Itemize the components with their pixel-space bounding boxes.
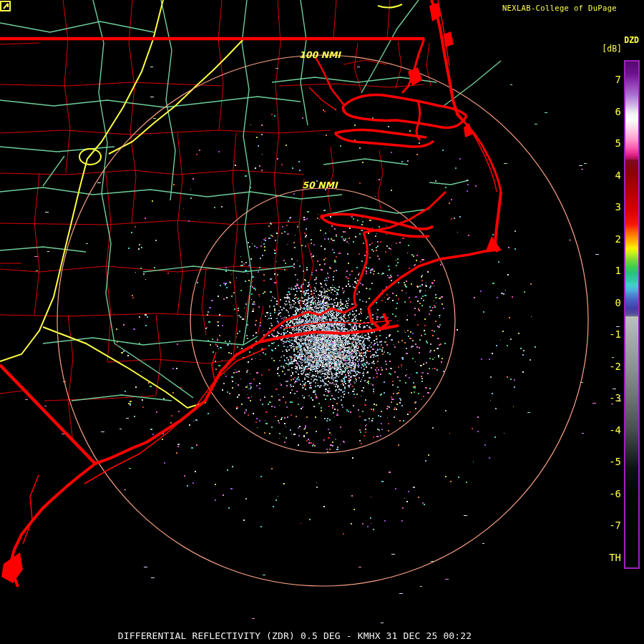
range-ring-label-100nmi: 100 NMI: [284, 49, 356, 60]
range-ring-label-50nmi: 50 NMI: [284, 180, 356, 190]
colorbar-tick: -5: [588, 456, 621, 467]
colorbar-tick: TH: [588, 552, 621, 563]
colorbar-units-label: [dB]: [602, 44, 622, 54]
range-rings: [57, 55, 588, 586]
colorbar-tick: 5: [588, 137, 621, 149]
coastline-segment: [453, 107, 497, 192]
colorbar-tick: 3: [588, 201, 621, 213]
colorbar-tick: -3: [588, 392, 621, 404]
site-credit: NEXLAB-College of DuPage: [502, 4, 617, 12]
colorbar-tick: -4: [588, 424, 621, 436]
colorbar-tick: 1: [588, 265, 621, 276]
coastline-segment: [464, 123, 472, 137]
coastline-segment: [444, 31, 454, 47]
cod-logo-icon: [0, 0, 11, 12]
colorbar-tick: 0: [588, 297, 621, 308]
coastline-segment: [343, 106, 467, 127]
colorbar-tick: 7: [588, 74, 621, 85]
range-ring-100nmi: [57, 55, 588, 586]
colorbar-tick: -6: [588, 488, 621, 499]
state-borders: [0, 39, 424, 464]
product-code-label: DZD: [624, 35, 639, 45]
coastline-segment: [354, 233, 367, 306]
colorbar-tick: 4: [588, 170, 621, 181]
coast-and-rings: [0, 0, 644, 644]
coastline-segment: [10, 342, 259, 587]
colorbar-gradient: [624, 60, 640, 569]
colorbar-tick: 2: [588, 233, 621, 245]
colorbar-tick: -2: [588, 361, 621, 372]
colorbar-tick: -7: [588, 519, 621, 531]
coastline-segment: [343, 95, 467, 116]
coastline-segment: [335, 130, 426, 137]
colorbar-tick: 6: [588, 106, 621, 117]
colorbar-tick: -1: [588, 328, 621, 340]
coastline-segment: [369, 308, 388, 329]
state-borders-segment: [0, 365, 95, 464]
coastline: [1, 0, 502, 587]
coastline-segment: [84, 348, 266, 484]
coastline-segment: [369, 249, 495, 308]
coastline-segment: [416, 100, 420, 140]
product-title: DIFFERENTIAL REFLECTIVITY (ZDR) 0.5 DEG …: [0, 630, 590, 641]
coastline-segment: [23, 475, 39, 544]
radar-product-image: NEXLAB-College of DuPage DZD [dB] 7 6 5 …: [0, 0, 644, 644]
coastline-segment: [212, 352, 216, 381]
coastline-segment: [286, 306, 356, 320]
